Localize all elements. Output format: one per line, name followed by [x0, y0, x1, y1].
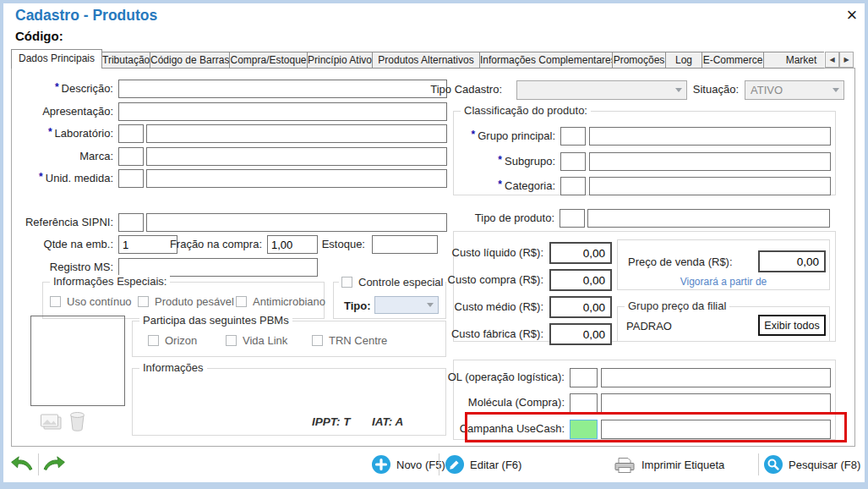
- descricao-input[interactable]: [118, 80, 447, 98]
- tab-scroll-right-button[interactable]: ▶: [839, 52, 854, 68]
- tab-codigo-de-barras[interactable]: Código de Barras: [150, 52, 230, 69]
- toolbar-separator: [439, 453, 439, 475]
- molecula-label: Molécula (Compra):: [468, 396, 565, 409]
- required-icon: *: [39, 171, 43, 183]
- checkbox-icon: [226, 335, 237, 346]
- tab-compra-estoque[interactable]: Compra/Estoque: [229, 52, 308, 69]
- tab-dados-principais[interactable]: Dados Principais: [11, 49, 102, 69]
- pesquisar-button[interactable]: Pesquisar (F8): [764, 453, 860, 475]
- checkbox-icon: [50, 296, 61, 307]
- referencia-sipni-input[interactable]: [146, 213, 447, 232]
- iat-value: IAT: A: [372, 415, 403, 428]
- tab-tributacao[interactable]: Tributação: [101, 52, 150, 69]
- preco-venda-input[interactable]: [758, 250, 826, 272]
- fracao-compra-label: Fração na compra:: [170, 238, 262, 250]
- tab-e-commerce[interactable]: E-Commerce: [701, 52, 764, 69]
- tab-promocoes[interactable]: Promoções: [612, 52, 666, 69]
- imprimir-etiqueta-button[interactable]: Imprimir Etiqueta: [614, 453, 724, 475]
- tipo-produto-code-input[interactable]: [560, 209, 585, 228]
- grupo-preco-filial-caption: Grupo preço da filial: [625, 299, 729, 312]
- molecula-input[interactable]: [601, 393, 831, 413]
- controle-especial-group: Controle especial Tipo:: [333, 282, 446, 319]
- plus-icon: [372, 455, 390, 474]
- marca-input[interactable]: [146, 147, 447, 166]
- checkbox-produto-pesavel[interactable]: Produto pesável: [138, 295, 234, 308]
- checkbox-trn-centre[interactable]: TRN Centre: [312, 334, 387, 347]
- qtde-emb-input[interactable]: [118, 235, 177, 254]
- categoria-code-input[interactable]: [560, 177, 586, 195]
- classificacao-caption: Classificação do produto:: [461, 104, 591, 117]
- apresentacao-label: Apresentação:: [42, 105, 113, 118]
- pbms-group: Participa das seguintes PBMs Orizon Vida…: [132, 321, 446, 357]
- tipo-produto-input[interactable]: [587, 209, 830, 228]
- grupo-principal-input[interactable]: [589, 127, 831, 146]
- nav-back-button[interactable]: [10, 453, 34, 475]
- campanha-usecash-label: Campanha UseCash:: [460, 422, 565, 435]
- toolbar-separator: [758, 453, 759, 475]
- tab-principio-ativo[interactable]: Princípio Ativo: [307, 52, 373, 69]
- subgrupo-input[interactable]: [589, 152, 831, 171]
- descricao-label: *Descrição:: [55, 82, 113, 95]
- vigorara-link[interactable]: Vigorará a partir de: [618, 276, 829, 288]
- green-arrow-right-icon: [42, 455, 66, 474]
- tab-informacoes-complementares[interactable]: Informações Complementares: [479, 52, 613, 69]
- checkbox-orizon[interactable]: Orizon: [148, 334, 197, 347]
- campanha-usecash-code-input[interactable]: [570, 420, 598, 439]
- novo-button[interactable]: Novo (F5): [372, 453, 445, 475]
- add-image-button[interactable]: [38, 410, 63, 434]
- tab-log[interactable]: Log: [665, 52, 702, 69]
- logistica-group: OL (operação logística): Molécula (Compr…: [453, 360, 836, 440]
- custo-medio-input[interactable]: [549, 296, 612, 318]
- custo-liquido-input[interactable]: [549, 242, 612, 264]
- close-button[interactable]: ×: [841, 5, 863, 27]
- tipo-controle-dropdown[interactable]: [374, 296, 439, 314]
- tipo-cadastro-dropdown[interactable]: [516, 80, 687, 100]
- situacao-dropdown[interactable]: ATIVO: [745, 80, 844, 100]
- categoria-label: *Categoria:: [498, 179, 555, 192]
- laboratorio-code-input[interactable]: [118, 124, 144, 143]
- apresentacao-input[interactable]: [118, 102, 447, 121]
- custo-fabrica-input[interactable]: [549, 323, 612, 345]
- referencia-sipni-code-input[interactable]: [118, 213, 144, 232]
- required-icon: *: [472, 129, 476, 140]
- categoria-input[interactable]: [589, 177, 831, 195]
- estoque-input[interactable]: [372, 235, 438, 254]
- printer-icon: [614, 456, 636, 474]
- marca-code-input[interactable]: [118, 147, 144, 166]
- tipo-cadastro-label: Tipo Cadastro:: [430, 83, 502, 96]
- toolbar-separator: [38, 453, 39, 475]
- green-arrow-left-icon: [10, 455, 34, 474]
- ol-input[interactable]: [601, 368, 831, 387]
- nav-forward-button[interactable]: [42, 453, 66, 475]
- laboratorio-input[interactable]: [146, 124, 447, 143]
- campanha-usecash-input[interactable]: [601, 420, 831, 439]
- tab-market[interactable]: Market: [763, 52, 824, 69]
- fracao-compra-input[interactable]: [267, 235, 318, 254]
- checkbox-controle-especial[interactable]: Controle especial: [339, 276, 445, 288]
- product-image-placeholder: [30, 316, 125, 406]
- checkbox-antimicrobiano[interactable]: Antimicrobiano: [236, 295, 325, 308]
- subgrupo-code-input[interactable]: [560, 152, 586, 171]
- custo-compra-input[interactable]: [549, 269, 612, 291]
- ol-code-input[interactable]: [570, 368, 598, 387]
- subgrupo-label: *Subgrupo:: [498, 155, 555, 168]
- remove-image-button[interactable]: [64, 409, 90, 433]
- ol-label: OL (operação logística):: [448, 371, 565, 383]
- tipo-controle-label: Tipo:: [344, 299, 371, 312]
- checkbox-uso-continuo[interactable]: Uso contínuo: [50, 295, 132, 308]
- tab-scroll-left-button[interactable]: ◀: [825, 52, 839, 68]
- grupo-principal-code-input[interactable]: [560, 127, 586, 146]
- referencia-sipni-label: Referência SIPNI:: [25, 216, 113, 228]
- exibir-todos-button[interactable]: Exibir todos: [758, 315, 826, 336]
- editar-button[interactable]: Editar (F6): [445, 453, 521, 475]
- molecula-code-input[interactable]: [570, 393, 598, 413]
- unid-medida-input[interactable]: [146, 169, 447, 188]
- informacoes-especiais-caption: Informações Especiais:: [50, 275, 170, 288]
- unid-medida-code-input[interactable]: [118, 169, 144, 188]
- tab-page-dados-principais: *Descrição: Apresentação: *Laboratório: …: [11, 68, 855, 447]
- required-icon: *: [55, 81, 59, 93]
- tab-produtos-alternativos[interactable]: Produtos Alternativos: [372, 52, 480, 69]
- custo-medio-label: Custo médio (R$):: [455, 300, 543, 313]
- registro-ms-input[interactable]: [118, 258, 318, 277]
- checkbox-vida-link[interactable]: Vida Link: [226, 334, 287, 347]
